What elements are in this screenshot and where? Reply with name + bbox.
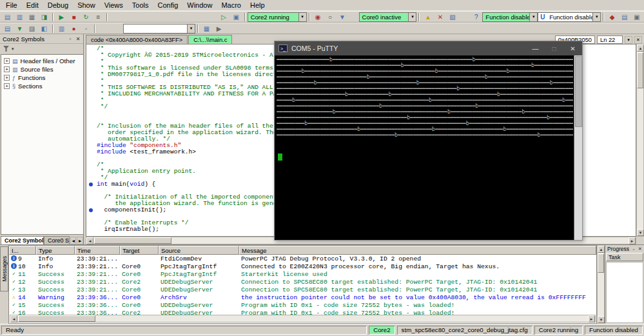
chevron-down-icon[interactable]: ▾	[12, 46, 14, 52]
menu-item-file[interactable]: File	[1, 1, 22, 10]
expand-icon[interactable]: +	[4, 58, 10, 64]
messages-horizontal-scrollbar[interactable]: ◄ ►	[10, 315, 596, 322]
new-window-icon[interactable]: ▤	[1, 24, 14, 34]
core0-status-combo[interactable]: Core0 inactive▾	[359, 12, 417, 22]
symbols-filter-bar[interactable]: ▾	[0, 44, 83, 54]
scroll-right-icon[interactable]: ►	[588, 315, 595, 322]
message-row[interactable]: ⚠14Warning23:39:36...Core0ArchSrvthe ins…	[9, 293, 596, 301]
close-panel-icon[interactable]: ✕	[637, 246, 643, 252]
layout-icon[interactable]: ◧	[38, 24, 50, 34]
scroll-up-icon[interactable]: ▲	[637, 44, 644, 52]
column-header-message[interactable]: Message	[239, 246, 596, 255]
message-row[interactable]: ✓13Success23:39:21...Core0UDEDebugServer…	[9, 286, 596, 293]
document-tab[interactable]: C:\...\\main.c	[188, 35, 232, 44]
stop-macro-icon[interactable]: ◦	[80, 24, 92, 34]
config-icon[interactable]: ▨	[26, 24, 38, 34]
messages-vertical-scrollbar[interactable]: ▲ ▼	[597, 245, 605, 324]
menu-item-macro[interactable]: Macro	[217, 1, 246, 10]
sidebar-item-sections[interactable]: +§Sections	[4, 82, 83, 90]
views-icon[interactable]: ▥	[55, 24, 68, 34]
record-icon[interactable]: ◆	[606, 12, 618, 22]
run-icon[interactable]: ▶	[55, 12, 68, 22]
menu-item-debug[interactable]: Debug	[43, 1, 73, 10]
tool-options-icon[interactable]: ▣	[630, 12, 643, 22]
remove-breakpoint-icon[interactable]: ○	[324, 12, 337, 22]
scroll-left-icon[interactable]: ◄	[10, 315, 17, 322]
project-icon[interactable]: ▤	[1, 12, 14, 22]
column-header-time[interactable]: Time	[75, 246, 120, 255]
scroll-thumb[interactable]	[94, 237, 171, 244]
putty-window[interactable]: >_ COM5 - PuTTY — □ ✕ ━━━━━━━━━━━━━━━━━b…	[274, 41, 583, 241]
chevron-down-icon[interactable]: ▾	[625, 36, 632, 44]
warnings-icon[interactable]: ▲	[422, 12, 434, 22]
menu-item-config[interactable]: Config	[153, 1, 183, 10]
document-tab[interactable]: code <0x400A8000-0x400A83FF>	[86, 35, 188, 44]
uart-function-combo[interactable]: UFunction disabled▾	[538, 12, 601, 22]
scroll-thumb[interactable]	[637, 52, 643, 88]
column-header-type[interactable]: Type	[36, 246, 75, 255]
messages-tab[interactable]: Messages	[0, 246, 8, 292]
message-row[interactable]: i9Info23:39:21...FtdiCommDevPowerPC JTAG…	[9, 255, 596, 262]
column-header-source[interactable]: Source	[159, 246, 239, 255]
maximize-icon[interactable]: □	[545, 41, 563, 55]
download-program-icon[interactable]: ▼	[337, 12, 349, 22]
column-header-i-[interactable]: I...	[9, 246, 36, 255]
find-symbol-icon[interactable]: ▦	[200, 24, 213, 34]
minimize-icon[interactable]: —	[526, 41, 545, 55]
disconnect-icon[interactable]: ✕	[434, 12, 446, 22]
record-macro-icon[interactable]: ●	[68, 24, 80, 34]
scroll-thumb[interactable]	[598, 253, 604, 273]
message-row[interactable]: i10Info23:39:21...Core0PpcJtagTargIntfCo…	[9, 262, 596, 270]
symbols-window-icon[interactable]: ▥	[14, 12, 26, 22]
symbols-tab-core2-symbols[interactable]: Core2 Symbols	[1, 236, 44, 244]
menu-item-help[interactable]: Help	[246, 1, 269, 10]
menu-item-window[interactable]: Window	[182, 1, 217, 10]
expand-icon[interactable]: +	[4, 75, 10, 81]
sidebar-item-functions[interactable]: +ƒFunctions	[4, 74, 83, 82]
step-icon[interactable]: ▷	[218, 12, 230, 22]
function-help-icon[interactable]: ?	[470, 12, 482, 22]
scroll-down-icon[interactable]: ▼	[598, 316, 605, 323]
menu-item-views[interactable]: Views	[100, 1, 128, 10]
editor-vertical-scrollbar[interactable]: ▲ ▼	[636, 44, 644, 237]
sidebar-item-header-files-other[interactable]: +▤Header files / Other	[4, 57, 83, 65]
message-row[interactable]: ✓15Success23:39:36...Core0UDEDebugServer…	[9, 301, 596, 309]
close-icon[interactable]: ✕	[563, 41, 582, 55]
core2-status-combo[interactable]: Core2 running▾	[248, 12, 307, 22]
save-target-icon[interactable]: ◨	[38, 12, 50, 22]
close-document-icon[interactable]: ✕	[634, 36, 642, 44]
tab-scroll-left-icon[interactable]: ◄	[70, 237, 77, 244]
chevron-down-icon[interactable]: ▾	[592, 13, 600, 21]
pin-icon[interactable]: ▫	[66, 35, 74, 43]
menu-item-edit[interactable]: Edit	[22, 1, 43, 10]
pin-icon[interactable]: ▫	[630, 246, 637, 252]
close-panel-icon[interactable]: ✕	[74, 35, 82, 43]
breakpoints-icon[interactable]: ▣	[230, 12, 242, 22]
scroll-right-icon[interactable]: ►	[629, 237, 636, 244]
scroll-left-icon[interactable]: ◄	[86, 237, 93, 244]
expand-icon[interactable]: +	[4, 83, 10, 89]
call-stack-icon[interactable]: ≡	[92, 12, 104, 22]
task-column-header[interactable]: Task	[606, 253, 643, 261]
chevron-down-icon[interactable]: ▾	[298, 13, 306, 21]
symbols-tab-core0-s[interactable]: Core0 S	[44, 236, 70, 244]
tab-scroll-right-icon[interactable]: ►	[77, 237, 83, 244]
scroll-up-icon[interactable]: ▲	[598, 246, 605, 253]
menu-item-tools[interactable]: Tools	[128, 1, 153, 10]
log-window-icon[interactable]: ▤	[618, 12, 630, 22]
trace-icon[interactable]: ▧	[446, 12, 458, 22]
sidebar-item-source-files[interactable]: +▥Source files	[4, 65, 83, 74]
function-status-combo[interactable]: Function disabled▾	[482, 12, 538, 22]
chevron-down-icon[interactable]: ▾	[187, 25, 195, 33]
message-row[interactable]: ✓11Success23:39:21...Core0PpcJtagTargInt…	[9, 270, 596, 278]
toggle-breakpoint-icon[interactable]: ◉	[312, 12, 324, 22]
reset-icon[interactable]: ↻	[80, 12, 92, 22]
scroll-down-icon[interactable]: ▼	[637, 229, 644, 236]
scroll-thumb[interactable]	[575, 56, 582, 127]
memory-window-icon[interactable]: ▦	[26, 12, 38, 22]
terminal-screen[interactable]: ━━━━━━━━━━━━━━━━━b━━━━━━━━━━━━━━━━━━━━━━…	[275, 55, 582, 240]
load-file-icon[interactable]: ▼	[14, 24, 26, 34]
stop-icon[interactable]: ■	[68, 12, 80, 22]
scroll-thumb[interactable]	[18, 315, 95, 322]
expand-icon[interactable]: +	[4, 66, 10, 72]
